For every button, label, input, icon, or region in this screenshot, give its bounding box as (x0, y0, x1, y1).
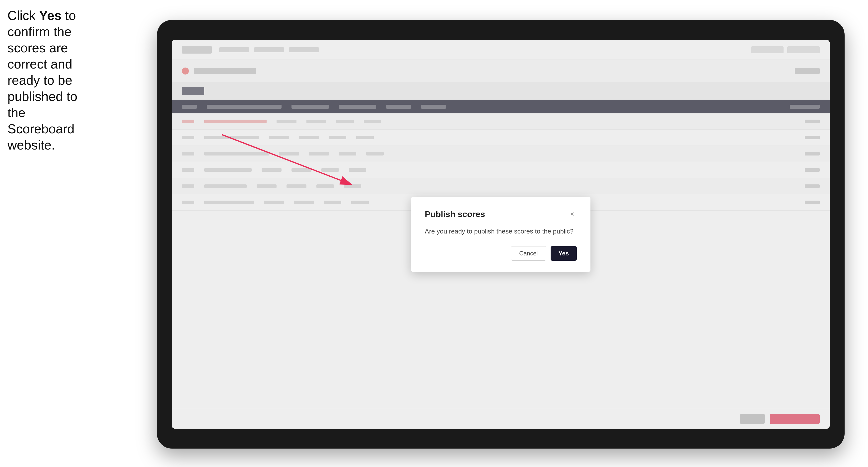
publish-modal: Publish scores × Are you ready to publis… (411, 197, 590, 272)
yes-button[interactable]: Yes (551, 246, 577, 261)
instruction-text: Click Yes to confirm the scores are corr… (7, 7, 80, 153)
cancel-button[interactable]: Cancel (511, 246, 546, 261)
tablet-device: Publish scores × Are you ready to publis… (157, 20, 844, 448)
modal-header: Publish scores × (425, 209, 577, 219)
modal-footer: Cancel Yes (425, 246, 577, 261)
modal-body-text: Are you ready to publish these scores to… (425, 226, 577, 236)
modal-close-button[interactable]: × (568, 210, 577, 219)
modal-overlay: Publish scores × Are you ready to publis… (172, 40, 830, 429)
modal-body: Are you ready to publish these scores to… (425, 226, 577, 236)
modal-title: Publish scores (425, 209, 485, 219)
tablet-screen: Publish scores × Are you ready to publis… (172, 40, 830, 429)
